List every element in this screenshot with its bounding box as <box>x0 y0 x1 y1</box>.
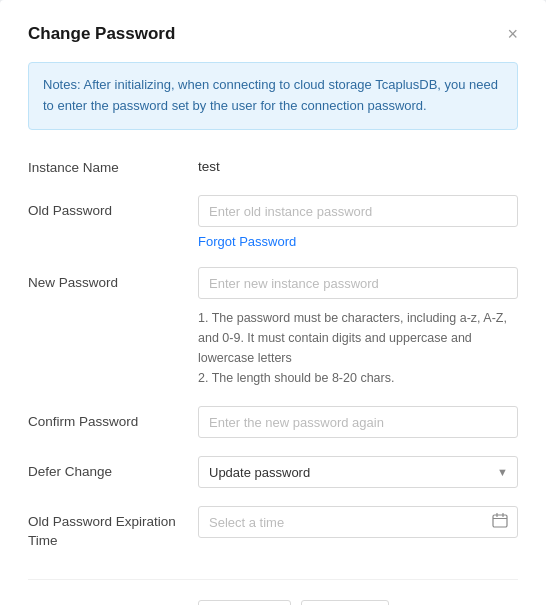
cancel-button[interactable]: Cancel <box>301 600 389 605</box>
old-password-label: Old Password <box>28 195 198 221</box>
footer-buttons: Confirm Cancel <box>28 600 518 605</box>
new-password-row: New Password 1. The password must be cha… <box>28 267 518 388</box>
password-hint: 1. The password must be characters, incl… <box>198 308 518 388</box>
close-icon[interactable]: × <box>507 25 518 43</box>
modal-title: Change Password <box>28 24 175 44</box>
defer-change-select[interactable]: Update password <box>198 456 518 488</box>
confirm-password-input[interactable] <box>198 406 518 438</box>
instance-name-label: Instance Name <box>28 152 198 178</box>
info-text: Notes: After initializing, when connecti… <box>43 77 498 113</box>
confirm-password-label: Confirm Password <box>28 406 198 432</box>
info-box: Notes: After initializing, when connecti… <box>28 62 518 130</box>
new-password-label: New Password <box>28 267 198 293</box>
instance-name-value: test <box>198 152 518 174</box>
expiration-control <box>198 506 518 538</box>
hint-line1: 1. The password must be characters, incl… <box>198 311 507 365</box>
old-password-control: Forgot Password <box>198 195 518 249</box>
footer-divider <box>28 579 518 580</box>
new-password-input[interactable] <box>198 267 518 299</box>
defer-change-row: Defer Change Update password ▼ <box>28 456 518 488</box>
expiration-row: Old Password Expiration Time <box>28 506 518 551</box>
modal-header: Change Password × <box>28 24 518 44</box>
confirm-button[interactable]: Confirm <box>198 600 291 605</box>
new-password-control: 1. The password must be characters, incl… <box>198 267 518 388</box>
expiration-label: Old Password Expiration Time <box>28 506 198 551</box>
form-section: Instance Name test Old Password Forgot P… <box>28 152 518 570</box>
hint-line2: 2. The length should be 8-20 chars. <box>198 371 394 385</box>
defer-change-select-wrapper: Update password ▼ <box>198 456 518 488</box>
change-password-modal: Change Password × Notes: After initializ… <box>0 0 546 605</box>
instance-name-row: Instance Name test <box>28 152 518 178</box>
expiration-date-wrapper <box>198 506 518 538</box>
confirm-password-control <box>198 406 518 438</box>
confirm-password-row: Confirm Password <box>28 406 518 438</box>
old-password-input[interactable] <box>198 195 518 227</box>
defer-change-control: Update password ▼ <box>198 456 518 488</box>
old-password-row: Old Password Forgot Password <box>28 195 518 249</box>
expiration-date-input[interactable] <box>198 506 518 538</box>
forgot-password-link[interactable]: Forgot Password <box>198 234 518 249</box>
defer-change-label: Defer Change <box>28 456 198 482</box>
instance-name-control: test <box>198 152 518 174</box>
